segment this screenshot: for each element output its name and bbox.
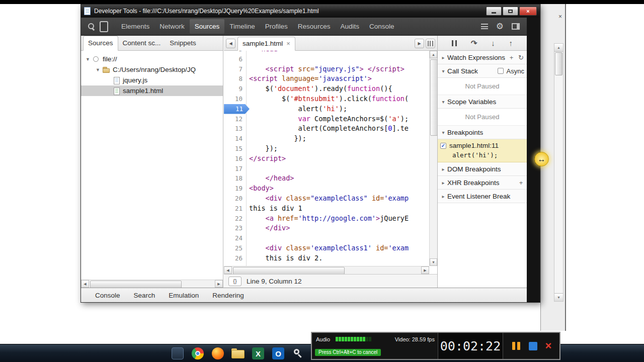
tab-network[interactable]: Network [154, 19, 190, 34]
navigator-tab-content-sc[interactable]: Content sc... [118, 36, 166, 50]
tree-item-c-users-nrang-desktop-jq[interactable]: ▼C:/Users/nrang/Desktop/JQ [81, 64, 223, 75]
line-number[interactable]: 8 [224, 74, 246, 84]
step-over-button[interactable]: ↷ [471, 39, 477, 47]
scroll-left-icon[interactable]: ◀ [81, 280, 89, 288]
taskbar-search-icon[interactable] [291, 346, 306, 361]
navigator-hscrollbar[interactable]: ◀ ▶ [81, 280, 223, 288]
line-number[interactable]: 6 [224, 54, 246, 64]
close-tab-icon[interactable]: × [286, 40, 290, 47]
navigator-tab-snippets[interactable]: Snippets [165, 36, 201, 50]
line-number[interactable]: 14 [224, 134, 246, 144]
code-line[interactable]: $('#btnsubmit').click(function( [247, 94, 429, 104]
code-line[interactable]: this is div 2. [247, 253, 429, 263]
tree-item-sample1-html[interactable]: sample1.html [81, 85, 223, 96]
tab-elements[interactable]: Elements [116, 19, 154, 34]
code-line[interactable]: <body> [247, 184, 429, 194]
tab-sources[interactable]: Sources [190, 19, 225, 34]
line-number[interactable]: 25 [224, 243, 246, 253]
background-scrollbar[interactable]: ▲ ▼ [554, 43, 564, 302]
section-header-dom-breakpoints[interactable]: ▸DOM Breakpoints [438, 162, 527, 176]
close-button[interactable]: × [519, 7, 537, 16]
tab-timeline[interactable]: Timeline [224, 19, 260, 34]
section-header-xhr-breakpoints[interactable]: ▸XHR Breakpoints+ [438, 176, 527, 190]
editor-hscrollbar[interactable]: ◀ ▶ [224, 266, 429, 274]
breakpoint-entry[interactable]: ✓sample1.html:11alert('hi'); [438, 139, 527, 162]
drawer-tab-search[interactable]: Search [134, 292, 155, 299]
line-number[interactable]: 19 [224, 184, 246, 194]
async-checkbox[interactable] [498, 68, 504, 74]
code-line[interactable]: this is div 1 [247, 204, 429, 214]
code-line[interactable]: <div class='exampleClass1' id='exam [247, 243, 429, 253]
gear-icon[interactable]: ⚙ [496, 22, 504, 31]
line-number[interactable]: 17 [224, 164, 246, 174]
search-icon[interactable] [87, 22, 96, 31]
code-line[interactable] [247, 233, 429, 243]
code-line[interactable]: alert(CompleteAnchors[0].te [247, 124, 429, 134]
scroll-right-icon[interactable]: ▶ [215, 280, 223, 288]
code-line[interactable]: alert('hi'); [247, 104, 429, 114]
code-line[interactable]: <a href='http://google.com'>jQueryE [247, 214, 429, 224]
minimize-button[interactable] [486, 7, 502, 16]
scroll-down-icon[interactable]: ▼ [554, 293, 563, 301]
code-line[interactable] [247, 164, 429, 174]
tab-console[interactable]: Console [364, 19, 399, 34]
tab-audits[interactable]: Audits [335, 19, 364, 34]
code-editor[interactable]: <head> <script src="jquery.js"> </script… [247, 51, 429, 266]
taskbar-folder-icon[interactable] [230, 346, 246, 361]
drawer-tab-rendering[interactable]: Rendering [212, 292, 244, 299]
scrollbar-thumb[interactable] [555, 52, 562, 75]
drawer-tab-emulation[interactable]: Emulation [169, 292, 199, 299]
scrollbar-thumb[interactable] [90, 281, 182, 288]
pretty-print-button[interactable]: {} [228, 277, 242, 286]
code-line[interactable]: <head> [247, 51, 429, 54]
dock-side-icon[interactable] [512, 23, 520, 30]
line-number[interactable]: 20 [224, 194, 246, 204]
line-number[interactable]: 23 [224, 223, 246, 233]
refresh-icon[interactable]: ↻ [518, 54, 524, 61]
line-number[interactable]: 15 [224, 144, 246, 154]
code-line[interactable]: <script src="jquery.js"> </script> [247, 64, 429, 74]
code-line[interactable]: var CompleteAnchors=$('a'); [247, 114, 429, 124]
line-number[interactable]: 18 [224, 173, 246, 184]
step-into-button[interactable]: ↓ [491, 39, 495, 47]
line-number[interactable]: 26 [224, 253, 246, 263]
navigator-tab-sources[interactable]: Sources [83, 36, 118, 51]
gutter[interactable]: 5678910111213141516171819202122232425262… [224, 51, 247, 266]
line-number[interactable]: 9 [224, 84, 246, 94]
scroll-up-icon[interactable]: ▲ [554, 44, 563, 52]
code-line[interactable]: </head> [247, 173, 429, 184]
scrollbar-thumb[interactable] [430, 59, 437, 136]
breakpoint-checkbox[interactable]: ✓ [440, 143, 446, 149]
recorder-close-button[interactable]: × [545, 340, 552, 351]
line-number[interactable]: 21 [224, 204, 246, 214]
pause-button[interactable] [452, 40, 457, 46]
maximize-button[interactable] [503, 7, 518, 16]
drawer-tab-console[interactable]: Console [95, 292, 120, 299]
editor-tab-sample1[interactable]: sample1.html × [237, 37, 295, 51]
line-number[interactable]: 13 [224, 124, 246, 134]
taskbar-outlook-icon[interactable]: O [271, 346, 286, 361]
code-line[interactable]: <script language='javascript'> [247, 74, 429, 84]
panel-layout-icon[interactable] [426, 39, 435, 48]
line-number[interactable]: 7 [224, 64, 246, 74]
show-debugger-icon[interactable]: ▶ [415, 39, 424, 48]
background-close-icon[interactable]: × [558, 13, 562, 20]
taskbar-chrome-icon[interactable] [190, 346, 205, 361]
plus-icon[interactable]: + [508, 54, 515, 61]
section-header-breakpoints[interactable]: ▾Breakpoints [438, 126, 527, 139]
recorder-stop-button[interactable] [529, 342, 537, 350]
code-line[interactable]: </div> [247, 223, 429, 233]
line-number[interactable]: 24 [224, 233, 246, 243]
code-line[interactable]: </script> [247, 154, 429, 164]
section-header-watch-expressions[interactable]: ▸Watch Expressions+↻ [438, 51, 527, 64]
code-line[interactable]: $('document').ready(function(){ [247, 84, 429, 94]
scroll-left-icon[interactable]: ◀ [224, 266, 232, 274]
taskbar-excel-icon[interactable]: X [251, 346, 266, 361]
breakpoint-line-number[interactable]: 11 [224, 104, 250, 114]
taskbar-firefox-icon[interactable] [210, 346, 225, 361]
line-number[interactable]: 12 [224, 114, 246, 124]
section-header-call-stack[interactable]: ▾Call StackAsync [438, 64, 527, 78]
line-number[interactable]: 22 [224, 214, 246, 224]
code-line[interactable]: <div class="exampleClass" id='examp [247, 194, 429, 204]
scrollbar-thumb[interactable] [233, 267, 345, 275]
